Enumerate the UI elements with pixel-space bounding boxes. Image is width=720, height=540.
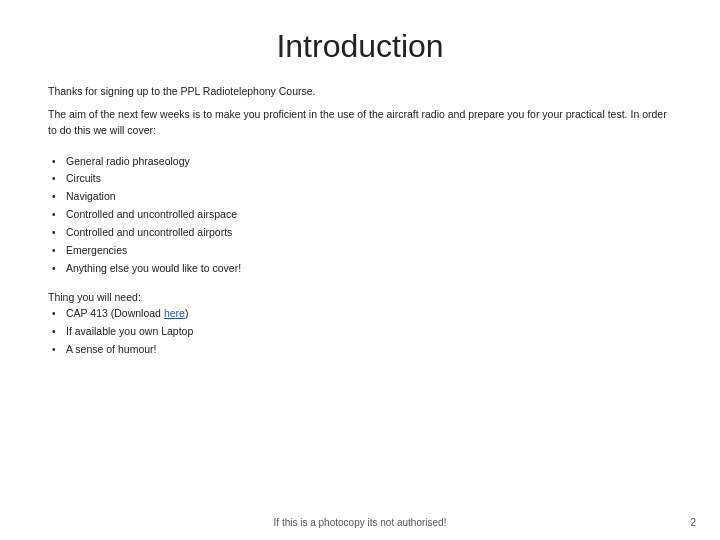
list-item: General radio phraseology (48, 153, 672, 171)
list-item: Anything else you would like to cover! (48, 260, 672, 278)
list-item: Circuits (48, 170, 672, 188)
page: Introduction Thanks for signing up to th… (0, 0, 720, 540)
thing-item-humour: A sense of humour! (48, 341, 672, 359)
here-link[interactable]: here (164, 307, 185, 319)
footer-text: If this is a photocopy its not authorise… (24, 517, 696, 528)
cap-text-before: CAP 413 (Download (66, 307, 164, 319)
list-item: Emergencies (48, 242, 672, 260)
list-item: Controlled and uncontrolled airports (48, 224, 672, 242)
thing-item-cap: CAP 413 (Download here) (48, 305, 672, 323)
thing-heading: Thing you will need: (48, 291, 672, 303)
list-item: Navigation (48, 188, 672, 206)
thing-list: CAP 413 (Download here) If available you… (48, 305, 672, 359)
cap-text-after: ) (185, 307, 189, 319)
cover-list: General radio phraseology Circuits Navig… (48, 153, 672, 278)
thanks-line: Thanks for signing up to the PPL Radiote… (48, 85, 672, 97)
footer: If this is a photocopy its not authorise… (0, 517, 720, 528)
aim-paragraph: The aim of the next few weeks is to make… (48, 107, 672, 139)
page-title: Introduction (48, 0, 672, 83)
footer-page-number: 2 (690, 517, 696, 528)
list-item: Controlled and uncontrolled airspace (48, 206, 672, 224)
thing-item-laptop: If available you own Laptop (48, 323, 672, 341)
